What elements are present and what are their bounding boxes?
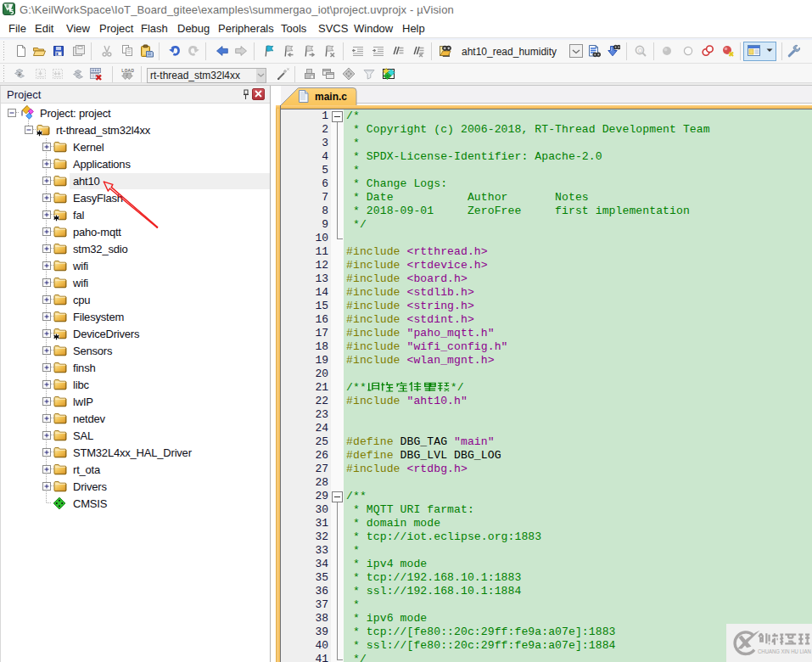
svg-text:Q: Q [638,48,643,54]
svg-text:LOAD: LOAD [121,68,134,74]
